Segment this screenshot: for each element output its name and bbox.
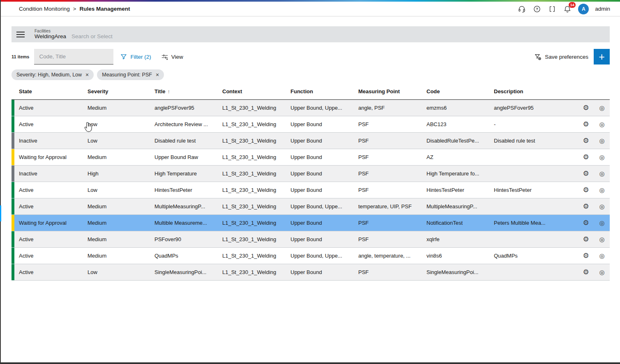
search-input[interactable] [39,53,112,60]
add-rule-button[interactable]: + [594,49,610,65]
facilities-label: Facilities [35,29,113,34]
rule-settings-button[interactable]: ⚙ [578,236,594,243]
col-description[interactable]: Description [489,88,578,94]
cell-function: Upper Bound, Uppe... [286,203,354,210]
cell-code: ABC123 [422,121,489,127]
rule-settings-button[interactable]: ⚙ [578,137,594,144]
table-row[interactable]: Waiting for Approval Medium Upper Bound … [12,149,610,166]
help-icon[interactable]: ? [532,5,542,14]
rule-settings-button[interactable]: ⚙ [578,170,594,177]
table-header-row: State Severity Title↑ Context Function M… [12,83,610,100]
cell-description: - [489,121,578,127]
col-state[interactable]: State [14,88,83,94]
filter-chip-severity: Severity: High, Medium, Low × [12,69,94,80]
rule-settings-button[interactable]: ⚙ [578,121,594,128]
cell-title: PSFover90 [150,236,218,242]
rule-view-button[interactable]: ◎ [594,236,610,242]
rule-view-button[interactable]: ◎ [594,105,610,111]
rule-settings-button[interactable]: ⚙ [578,252,594,259]
eye-icon: ◎ [599,154,604,160]
table-row[interactable]: Active Low SingleMeasuringPoi... L1_St_2… [12,264,610,281]
table-row[interactable]: Active Medium QuadMPs L1_St_230_1_Weldin… [12,248,610,264]
col-measuring-point[interactable]: Measuring Point [354,88,422,94]
cell-state: Active [14,187,83,193]
col-title[interactable]: Title↑ [150,88,218,94]
search-field[interactable] [34,49,113,65]
fullscreen-icon[interactable] [548,5,557,14]
table-row[interactable]: Inactive High High Temperature L1_St_230… [12,166,610,182]
eye-icon: ◎ [599,253,604,259]
rule-view-button[interactable]: ◎ [594,253,610,259]
gear-icon: ⚙ [583,154,589,161]
rule-settings-button[interactable]: ⚙ [578,269,594,276]
col-function[interactable]: Function [286,88,354,94]
table-row[interactable]: Inactive Low Disabled rule test L1_St_23… [12,133,610,149]
table-row[interactable]: Active Low HintesTestPeter L1_St_230_1_W… [12,182,610,198]
filter-button[interactable]: Filter (2) [120,53,151,60]
table-row[interactable]: Active Medium PSFover90 L1_St_230_1_Weld… [12,231,610,248]
col-code[interactable]: Code [422,88,489,94]
cell-code: emzms6 [422,105,489,111]
table-row[interactable]: Active Medium anglePSFover95 L1_St_230_1… [12,100,610,116]
state-bar [12,100,14,116]
cell-state: Waiting for Approval [14,220,83,226]
rule-view-button[interactable]: ◎ [594,203,610,210]
chip-close-icon[interactable]: × [85,72,89,78]
notifications-button[interactable]: 14 [563,5,572,14]
cell-severity: Low [83,269,150,275]
facilities-search-placeholder[interactable]: Search or Select [71,33,113,40]
support-headset-icon[interactable] [517,5,526,14]
avatar[interactable]: A [578,4,589,14]
filter-chip-measuring-point: Measuring Point: PSF × [97,69,164,80]
chip-close-icon[interactable]: × [156,72,159,78]
col-context[interactable]: Context [218,88,286,94]
rule-settings-button[interactable]: ⚙ [578,203,594,210]
cell-measuring-point: PSF [354,187,422,193]
cell-description: QuadMPs [489,253,578,259]
rule-view-button[interactable]: ◎ [594,269,610,275]
rule-settings-button[interactable]: ⚙ [578,154,594,161]
table-row[interactable]: Active Medium MultipleMeasuringP... L1_S… [12,198,610,215]
save-filter-icon [534,53,542,61]
table-row[interactable]: Active Low Architecture Review ... L1_St… [12,116,610,133]
cell-measuring-point: temperature, UIP, PSF [354,203,422,210]
items-count: 11 items [12,54,29,59]
view-button[interactable]: View [161,53,183,60]
rule-view-button[interactable]: ◎ [594,121,610,127]
cell-code: vin8s6 [422,253,489,259]
view-settings-icon [161,53,168,60]
cell-title: Upper Bound Raw [150,154,218,160]
cell-severity: Low [83,121,150,127]
cell-title: High Temperature [150,170,218,177]
col-severity[interactable]: Severity [83,88,150,94]
rule-view-button[interactable]: ◎ [594,154,610,160]
rule-settings-button[interactable]: ⚙ [578,219,594,226]
cell-state: Active [14,203,83,210]
eye-icon: ◎ [599,138,604,144]
save-preferences-button[interactable]: Save preferences [534,53,588,61]
rule-view-button[interactable]: ◎ [594,220,610,226]
breadcrumb-parent[interactable]: Condition Monitoring [19,6,70,12]
rule-view-button[interactable]: ◎ [594,187,610,193]
rule-settings-button[interactable]: ⚙ [578,187,594,194]
cell-context: L1_St_230_1_Welding [218,203,286,210]
facilities-value[interactable]: WeldingArea [35,33,66,40]
facilities-selector[interactable]: Facilities WeldingArea Search or Select [12,26,610,42]
table-row[interactable]: Waiting for Approval Medium Multible Mea… [12,215,610,231]
header-actions: ? 14 A admin [517,4,610,14]
rule-view-button[interactable]: ◎ [594,170,610,177]
cell-context: L1_St_230_1_Welding [218,236,286,242]
rule-view-button[interactable]: ◎ [594,138,610,144]
table-body: Active Medium anglePSFover95 L1_St_230_1… [12,100,610,281]
cell-code: NotificationTest [422,220,489,226]
cell-code: MultipleMeasuringP... [422,203,489,210]
rule-settings-button[interactable]: ⚙ [578,104,594,111]
hamburger-menu-icon[interactable] [12,31,30,38]
cell-context: L1_St_230_1_Welding [218,154,286,160]
eye-icon: ◎ [599,220,604,226]
gear-icon: ⚙ [583,203,589,210]
cell-context: L1_St_230_1_Welding [218,253,286,259]
state-bar [12,215,14,231]
eye-icon: ◎ [599,187,604,193]
state-bar [12,198,14,214]
